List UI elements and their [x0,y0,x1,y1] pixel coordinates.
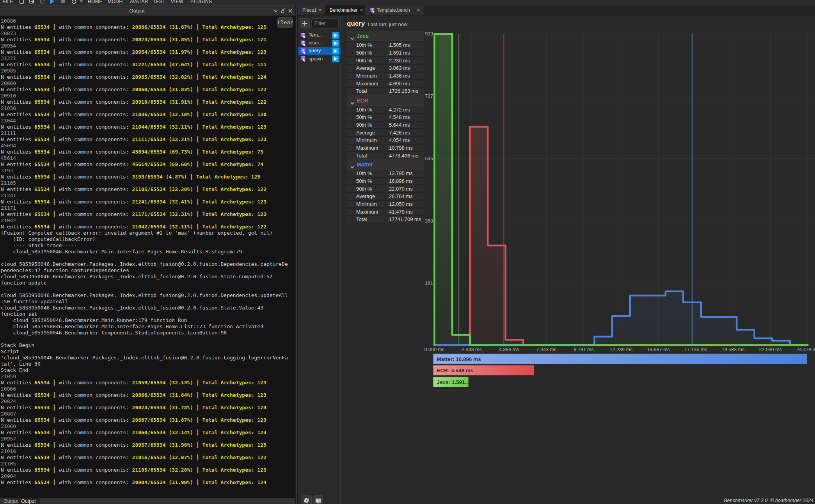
menu-test[interactable]: TEST [153,0,165,4]
plugin-version-label: Benchmarker v7.2.0, © boatbomber 2024 [724,498,813,503]
menu-model[interactable]: MODEL [108,0,125,4]
console-line: Script [1,348,288,355]
studio-menubar: FILEHOMEMODELAVATARTESTVIEWPLUGINS [0,0,815,5]
stat-row-average: Average7.426 ms [347,129,424,136]
tab-close-icon[interactable]: ✕ [318,8,321,13]
undo-icon[interactable] [71,0,76,5]
run-benchmark-button[interactable] [332,32,339,39]
docs-button[interactable] [313,495,323,504]
section-name: Jecs [357,33,369,39]
console-line: cloud_5853950046.Benchmarker.Packages._I… [1,305,288,311]
median-bar-jecs: Jecs: 1.591... [433,377,469,387]
menu-file[interactable]: FILE [3,0,13,4]
console-line-entities: N entities 65534 ┃ with common component… [1,99,288,105]
console-line: cloud_5853950046.Benchmarker.Packages._I… [1,274,288,280]
menu-home[interactable]: HOME [88,0,103,4]
console-line-entities: N entities 65534 ┃ with common component… [1,49,288,55]
benchmark-item-query[interactable]: query [298,47,341,55]
stat-label: 10th % [356,42,372,48]
filter-input[interactable]: Filter [311,18,339,28]
menu-avatar[interactable]: AVATAR [130,0,148,4]
dock-tab-output[interactable]: Output [18,498,40,504]
console-line: function set [1,311,288,317]
cell-divider [385,106,386,113]
copy-icon[interactable] [19,0,25,5]
menu-view[interactable]: VIEW [171,0,183,4]
console-line: 21241 [1,193,288,199]
histogram-chart[interactable]: 1813635457279090.000 ms2.448 ms4.896 ms7… [424,29,815,392]
output-panel-header[interactable]: Output [0,5,295,16]
chevron-down-icon [350,35,354,42]
y-tick-label: 727 [425,94,433,99]
stat-row-total: Total1726.163 ms [347,87,424,95]
benchmark-item-label: inser... [309,40,323,46]
settings-button[interactable] [302,495,312,504]
console-line-entities: N entities 65534 ┃ with common component… [1,161,288,168]
gear-icon [304,497,310,504]
console-line: 20866 [1,386,288,392]
stat-label: 90th % [356,58,372,64]
stat-value: 26.764 ms [389,193,413,199]
tabbar-underline [298,15,815,16]
clear-button[interactable]: Clear [277,17,293,28]
console-line: 20860 [1,80,288,87]
tab-close-icon[interactable]: ✕ [360,8,363,13]
stat-label: 50th % [356,178,372,184]
cell-divider [385,144,386,152]
undock-icon[interactable] [280,8,286,14]
close-icon[interactable] [287,8,293,14]
section-header-ecr[interactable]: ECR [347,95,424,106]
benchmark-item-inser[interactable]: inser... [298,39,341,47]
section-header-matter[interactable]: Matter [347,159,424,170]
console-line: 20887 [1,411,288,417]
tab-template-bench[interactable]: Template.bench✕ [365,5,424,15]
console-line-entities: N entities 65534 ┃ with common component… [1,174,288,180]
console-line-entities: N entities 65534 ┃ with common component… [1,380,288,386]
chevron-down-icon[interactable] [273,8,279,14]
stop-icon[interactable] [60,0,66,5]
stat-label: Average [356,193,375,199]
console-line: 20886 [1,18,288,24]
cell-divider [385,87,386,95]
stat-row-total: Total4778.496 ms [347,152,424,159]
run-benchmark-button[interactable] [332,48,339,55]
console-line: cloud_5853950046.Benchmarker.Packages._I… [1,261,288,267]
stat-label: 50th % [356,50,372,56]
console-line: 20910 [1,93,288,99]
cell-divider [385,216,386,223]
chevron-down-icon [350,163,354,170]
stat-row-maximum: Maximum4.690 ms [347,80,424,87]
menu-plugins[interactable]: PLUGINS [190,0,212,4]
section-header-jecs[interactable]: Jecs [347,31,424,41]
paste-icon[interactable] [29,0,35,5]
redo-icon[interactable] [39,0,45,5]
benchmark-item-Tem[interactable]: Tem... [298,32,341,39]
caret-down-icon[interactable] [78,0,84,5]
run-benchmark-button[interactable] [332,40,339,47]
output-console[interactable]: 20886N entities 65534 ┃ with common comp… [0,16,295,498]
x-tick-label: 4.896 ms [499,347,519,352]
benchmark-item-spawn[interactable]: spawn [298,55,341,63]
stat-value: 17741.709 ms [389,216,421,222]
console-line: ---- Stack trace ---- [1,242,288,249]
stat-value: 13.795 ms [389,170,413,176]
benchmarker-pane: Place1✕Benchmarker✕Template.bench✕ Filte… [298,5,815,504]
stat-label: Average [356,130,375,136]
document-tabbar: Place1✕Benchmarker✕Template.bench✕ [298,5,815,16]
benchmark-item-label: Tem... [309,32,322,38]
stat-label: Total [356,216,367,222]
run-benchmark-button[interactable] [332,55,339,62]
console-line: (ID: computedCallbackError) [1,236,288,242]
stat-value: 5.644 ms [389,122,410,128]
console-line: 21036 [1,105,288,111]
console-line: 21044 [1,118,288,124]
console-line-entities: N entities 65534 ┃ with common component… [1,186,288,193]
play-icon[interactable] [49,0,55,5]
stat-row-average: Average3.063 ms [347,64,424,72]
tab-benchmarker[interactable]: Benchmarker✕ [325,5,365,16]
median-bar-matter: Matter: 16.896 ms [433,354,807,364]
tab-close-icon[interactable]: ✕ [417,8,420,13]
stat-row-50th: 50th %4.548 ms [347,113,424,121]
add-benchmark-button[interactable] [300,18,310,28]
tab-place1[interactable]: Place1✕ [298,5,325,15]
